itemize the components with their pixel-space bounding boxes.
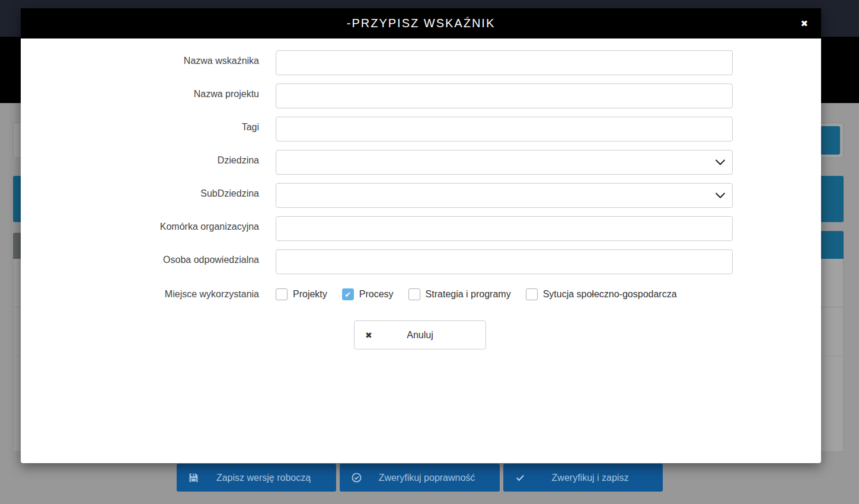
modal-title: -PRZYPISZ WSKAŹNIK <box>347 17 495 30</box>
cancel-button-label: Anuluj <box>407 330 433 341</box>
cancel-row: ✖ Anuluj <box>21 320 821 349</box>
verify-correctness-label: Zweryfikuj poprawność <box>340 464 500 492</box>
close-icon: ✖ <box>365 330 372 340</box>
assign-indicator-modal: -PRZYPISZ WSKAŹNIK ✖ Nazwa wskaźnika Naz… <box>21 8 821 463</box>
checkbox-projekty[interactable]: ✔ Projekty <box>276 288 327 300</box>
form-row-indicator-name: Nazwa wskaźnika <box>21 50 821 75</box>
subdomain-label: SubDziedzina <box>21 183 276 199</box>
form-row-responsible-person: Osoba odpowiedzialna <box>21 249 821 274</box>
cancel-button[interactable]: ✖ Anuluj <box>354 320 486 349</box>
indicator-name-input[interactable] <box>276 50 733 75</box>
modal-header: -PRZYPISZ WSKAŹNIK ✖ <box>21 8 821 38</box>
checkbox-icon[interactable]: ✔ <box>408 288 420 300</box>
checkbox-sytuacja-label: Sytucja społeczno-gospodarcza <box>543 289 677 300</box>
checkbox-sytuacja[interactable]: ✔ Sytucja społeczno-gospodarcza <box>526 288 677 300</box>
form-row-tags: Tagi <box>21 117 821 142</box>
tags-label: Tagi <box>21 117 276 133</box>
verify-and-save-button[interactable]: Zweryfikuj i zapisz <box>503 464 663 492</box>
subdomain-select-value <box>276 183 733 208</box>
org-unit-input[interactable] <box>276 216 733 241</box>
verify-correctness-button[interactable]: Zweryfikuj poprawność <box>340 464 500 492</box>
org-unit-label: Komórka organizacyjna <box>21 216 276 232</box>
indicator-name-label: Nazwa wskaźnika <box>21 50 276 66</box>
close-icon[interactable]: ✖ <box>800 19 808 28</box>
tags-input[interactable] <box>276 117 733 142</box>
form-row-subdomain: SubDziedzina <box>21 183 821 208</box>
usage-checkbox-group: ✔ Projekty ✔ Procesy ✔ Strategia i progr… <box>276 288 677 300</box>
usage-label: Miejsce wykorzystania <box>21 289 276 300</box>
checkbox-procesy[interactable]: ✔ Procesy <box>342 288 394 300</box>
domain-label: Dziedzina <box>21 150 276 166</box>
form-row-usage: Miejsce wykorzystania ✔ Projekty ✔ Proce… <box>21 288 821 300</box>
project-name-label: Nazwa projektu <box>21 84 276 99</box>
save-draft-label: Zapisz wersję roboczą <box>177 464 336 492</box>
verify-and-save-label: Zweryfikuj i zapisz <box>503 464 663 492</box>
form-row-org-unit: Komórka organizacyjna <box>21 216 821 241</box>
modal-body: Nazwa wskaźnika Nazwa projektu Tagi Dzie… <box>21 38 821 349</box>
responsible-person-input[interactable] <box>276 249 733 274</box>
subdomain-select[interactable] <box>276 183 733 208</box>
domain-select[interactable] <box>276 150 733 175</box>
domain-select-value <box>276 150 733 175</box>
checkbox-projekty-label: Projekty <box>293 289 327 300</box>
checkbox-procesy-label: Procesy <box>359 289 394 300</box>
checkbox-icon[interactable]: ✔ <box>276 288 288 300</box>
form-row-project-name: Nazwa projektu <box>21 84 821 108</box>
form-row-domain: Dziedzina <box>21 150 821 175</box>
save-draft-button[interactable]: Zapisz wersję roboczą <box>177 464 336 492</box>
checkbox-strategia-label: Strategia i programy <box>426 289 511 300</box>
responsible-person-label: Osoba odpowiedzialna <box>21 249 276 265</box>
checkbox-checked-icon[interactable]: ✔ <box>342 288 354 300</box>
checkbox-icon[interactable]: ✔ <box>526 288 538 300</box>
project-name-input[interactable] <box>276 84 733 108</box>
checkbox-strategia[interactable]: ✔ Strategia i programy <box>408 288 511 300</box>
